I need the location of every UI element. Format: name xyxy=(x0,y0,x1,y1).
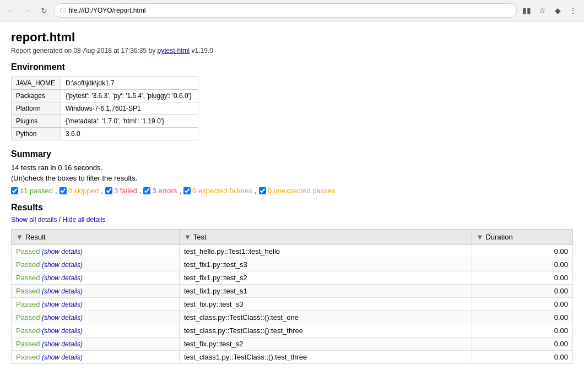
result-cell: Passed (show details) xyxy=(12,258,180,271)
filter-label-failed: 3 failed xyxy=(114,187,137,195)
env-value: Windows-7-6.1.7601-SP1 xyxy=(61,102,198,115)
show-details-link[interactable]: (show details) xyxy=(42,301,83,308)
env-key: Plugins xyxy=(12,115,61,128)
sort-icon: ▼ xyxy=(477,233,484,241)
duration-cell: 0.00 xyxy=(472,258,572,271)
env-row: Plugins{'metadata': '1.7.0', 'html': '1.… xyxy=(12,115,198,128)
env-row: Python3.6.0 xyxy=(12,128,198,140)
result-cell: Passed (show details) xyxy=(12,311,180,324)
env-key: JAVA_HOME xyxy=(12,77,61,90)
table-row: Passed (show details) test_class1.py::Te… xyxy=(12,351,573,364)
filter-item-xfail: 0 expected failures xyxy=(183,187,252,195)
results-section: Results Show all details / Hide all deta… xyxy=(11,203,573,364)
result-status: Passed xyxy=(16,313,40,322)
result-status: Passed xyxy=(16,353,40,361)
filter-label-skipped: 0 skipped xyxy=(68,187,99,195)
env-value: {'metadata': '1.7.0', 'html': '1.19.0'} xyxy=(61,115,198,128)
show-details-link[interactable]: (show details) xyxy=(42,353,83,361)
sort-icon: ▼ xyxy=(16,233,23,241)
address-bar: ⓘ xyxy=(54,3,517,18)
test-cell: test_hello.py::Test1::test_hello xyxy=(179,245,472,258)
url-input[interactable] xyxy=(69,7,511,14)
table-row: Passed (show details) test_fix1.py::test… xyxy=(12,258,573,271)
filter-item-skipped: 0 skipped xyxy=(60,187,99,195)
filter-hint-text: (Un)check the boxes to filter the result… xyxy=(11,174,573,182)
table-row: Passed (show details) test_fix1.py::test… xyxy=(12,271,573,285)
show-details-link[interactable]: (show details) xyxy=(42,248,83,255)
hide-all-details-link[interactable]: Hide all details xyxy=(62,216,105,224)
table-row: Passed (show details) test_hello.py::Tes… xyxy=(12,245,573,258)
test-cell: test_fix1.py::test_s3 xyxy=(179,258,472,271)
menu-button[interactable]: ⋮ xyxy=(566,4,580,17)
test-cell: test_fix1.py::test_s1 xyxy=(179,285,472,298)
filter-line: 11 passed,0 skipped,3 failed,3 errors,0 … xyxy=(11,187,573,195)
duration-cell: 0.00 xyxy=(472,271,572,285)
filter-checkbox-passed[interactable] xyxy=(11,187,18,194)
show-details-link[interactable]: (show details) xyxy=(42,261,83,269)
back-button[interactable]: ← xyxy=(4,4,18,17)
col-header-duration[interactable]: ▼Duration xyxy=(472,230,572,245)
environment-title: Environment xyxy=(11,62,573,72)
show-details-link[interactable]: (show details) xyxy=(42,287,83,295)
table-row: Passed (show details) test_fix.py::test_… xyxy=(12,337,573,351)
result-status: Passed xyxy=(16,274,40,282)
filter-label-errors: 3 errors xyxy=(152,187,177,195)
table-row: Passed (show details) test_fix1.py::test… xyxy=(12,285,573,298)
test-cell: test_class.py::TestClass::():test_three xyxy=(179,324,472,337)
browser-toolbar: ← → ↻ ⓘ ▮▮ ☆ ◆ ⋮ xyxy=(0,0,584,21)
show-details-link[interactable]: (show details) xyxy=(42,340,83,348)
show-details-link[interactable]: (show details) xyxy=(42,327,83,335)
extension-button[interactable]: ◆ xyxy=(551,4,564,17)
env-row: JAVA_HOMED:\soft\jdk\jdk1.7 xyxy=(12,77,198,90)
result-status: Passed xyxy=(16,287,40,295)
page-title: report.html xyxy=(11,30,573,45)
result-status: Passed xyxy=(16,300,40,308)
env-key: Packages xyxy=(12,90,61,102)
result-status: Passed xyxy=(16,247,40,255)
sort-icon: ▼ xyxy=(184,233,191,241)
result-status: Passed xyxy=(16,260,40,269)
browser-actions: ▮▮ ☆ ◆ ⋮ xyxy=(520,4,580,17)
test-cell: test_fix.py::test_s3 xyxy=(179,298,472,311)
env-key: Python xyxy=(12,128,61,140)
result-cell: Passed (show details) xyxy=(12,271,180,285)
filter-item-xpass: 0 unexpected passes xyxy=(259,187,336,195)
duration-cell: 0.00 xyxy=(472,351,572,364)
filter-checkbox-skipped[interactable] xyxy=(60,187,67,194)
show-all-details-link[interactable]: Show all details xyxy=(11,216,57,224)
env-row: Packages{'pytest': '3.6.3', 'py': '1.5.4… xyxy=(12,90,198,102)
environment-table: JAVA_HOMED:\soft\jdk\jdk1.7Packages{'pyt… xyxy=(11,77,198,140)
filter-label-xfail: 0 expected failures xyxy=(192,187,252,195)
bookmark-button[interactable]: ☆ xyxy=(536,4,549,17)
reload-button[interactable]: ↻ xyxy=(37,4,51,17)
table-row: Passed (show details) test_class.py::Tes… xyxy=(12,311,573,324)
duration-cell: 0.00 xyxy=(472,285,572,298)
duration-cell: 0.00 xyxy=(472,298,572,311)
env-value: 3.6.0 xyxy=(61,128,198,140)
forward-button[interactable]: → xyxy=(21,4,34,17)
screenshot-button[interactable]: ▮▮ xyxy=(520,4,533,17)
env-value: {'pytest': '3.6.3', 'py': '1.5.4', 'plug… xyxy=(61,90,198,102)
result-cell: Passed (show details) xyxy=(12,298,180,311)
show-details-link[interactable]: (show details) xyxy=(42,314,83,322)
col-header-result[interactable]: ▼Result xyxy=(12,230,180,245)
filter-label-passed: 11 passed xyxy=(20,187,53,195)
report-meta: Report generated on 08-Aug-2018 at 17:36… xyxy=(11,47,573,55)
env-key: Platform xyxy=(12,102,61,115)
show-details-link[interactable]: (show details) xyxy=(42,274,83,282)
filter-checkbox-xfail[interactable] xyxy=(183,187,191,194)
result-cell: Passed (show details) xyxy=(12,337,180,351)
filter-item-errors: 3 errors xyxy=(143,187,177,195)
duration-cell: 0.00 xyxy=(472,311,572,324)
filter-checkbox-xpass[interactable] xyxy=(259,187,266,194)
filter-checkbox-failed[interactable] xyxy=(105,187,112,194)
filter-label-xpass: 0 unexpected passes xyxy=(268,187,336,195)
filter-checkbox-errors[interactable] xyxy=(143,187,150,194)
results-links: Show all details / Hide all details xyxy=(11,216,573,224)
col-header-test[interactable]: ▼Test xyxy=(179,230,472,245)
filter-item-passed: 11 passed xyxy=(11,187,53,195)
page-content: report.html Report generated on 08-Aug-2… xyxy=(0,21,584,373)
pytest-html-link[interactable]: pytest-html xyxy=(158,47,190,55)
duration-cell: 0.00 xyxy=(472,337,572,351)
page-icon: ⓘ xyxy=(60,7,66,15)
